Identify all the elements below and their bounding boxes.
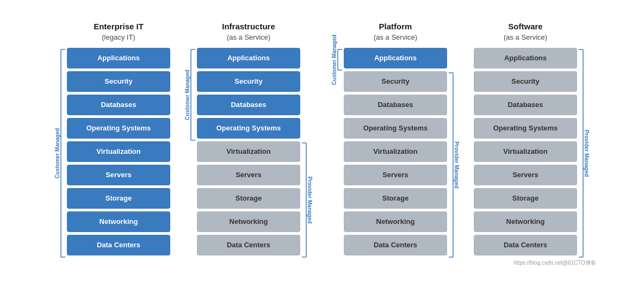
layer-stack-enterprise-it: ApplicationsSecurityDatabasesOperating S… <box>67 48 170 255</box>
diagram-container: Customer ManagedEnterprise IT(legacy IT)… <box>39 11 605 270</box>
layer-software-3: Operating Systems <box>474 118 577 139</box>
svg-text:Provider Managed: Provider Managed <box>584 129 590 177</box>
stack-software: Software(as a Service)ApplicationsSecuri… <box>474 21 577 257</box>
column-title-enterprise-it: Enterprise IT(legacy IT) <box>94 21 144 42</box>
layer-platform-0: Applications <box>344 48 447 68</box>
layer-software-7: Networking <box>474 211 577 232</box>
layer-infrastructure-2: Databases <box>197 95 300 115</box>
layer-software-4: Virtualization <box>474 141 577 162</box>
layer-platform-6: Storage <box>344 188 447 209</box>
layer-software-6: Storage <box>474 188 577 209</box>
layer-stack-software: ApplicationsSecurityDatabasesOperating S… <box>474 48 577 255</box>
layer-platform-8: Data Centers <box>344 235 447 255</box>
layer-enterprise-it-3: Operating Systems <box>67 118 170 139</box>
layer-platform-4: Virtualization <box>344 141 447 162</box>
layer-enterprise-it-0: Applications <box>67 48 170 68</box>
stack-infrastructure: Infrastructure(as a Service)Applications… <box>197 21 300 257</box>
column-software: Software(as a Service)ApplicationsSecuri… <box>474 21 594 257</box>
layer-infrastructure-7: Networking <box>197 211 300 232</box>
svg-text:Customer Managed: Customer Managed <box>54 128 60 178</box>
left-bracket-platform: Customer Managed <box>327 49 342 257</box>
left-bracket-enterprise-it: Customer Managed <box>50 49 65 257</box>
layer-enterprise-it-4: Virtualization <box>67 141 170 162</box>
stack-platform: Platform(as a Service)ApplicationsSecuri… <box>344 21 447 257</box>
layer-stack-infrastructure: ApplicationsSecurityDatabasesOperating S… <box>197 48 300 255</box>
watermark: https://blog.csdn.net@61CTO博客 <box>513 259 596 267</box>
layer-infrastructure-4: Virtualization <box>197 141 300 162</box>
layer-stack-platform: ApplicationsSecurityDatabasesOperating S… <box>344 48 447 255</box>
left-bracket-infrastructure: Customer Managed <box>180 49 195 257</box>
layer-infrastructure-8: Data Centers <box>197 235 300 255</box>
svg-text:Customer Managed: Customer Managed <box>331 34 337 85</box>
svg-text:Customer Managed: Customer Managed <box>184 70 190 120</box>
stack-enterprise-it: Enterprise IT(legacy IT)ApplicationsSecu… <box>67 21 170 257</box>
layer-infrastructure-5: Servers <box>197 165 300 185</box>
column-enterprise-it: Customer ManagedEnterprise IT(legacy IT)… <box>50 21 170 257</box>
right-bracket-infrastructure: Provider Managed <box>302 49 317 257</box>
layer-platform-3: Operating Systems <box>344 118 447 139</box>
layer-enterprise-it-2: Databases <box>67 95 170 115</box>
layer-infrastructure-3: Operating Systems <box>197 118 300 139</box>
layer-infrastructure-0: Applications <box>197 48 300 68</box>
svg-text:Provider Managed: Provider Managed <box>307 176 313 223</box>
column-title-software: Software(as a Service) <box>504 21 547 42</box>
layer-enterprise-it-7: Networking <box>67 211 170 232</box>
layer-enterprise-it-1: Security <box>67 71 170 92</box>
layer-infrastructure-1: Security <box>197 71 300 92</box>
layer-software-8: Data Centers <box>474 235 577 255</box>
layer-infrastructure-6: Storage <box>197 188 300 209</box>
right-bracket-platform: Provider Managed <box>449 49 464 257</box>
right-bracket-software: Provider Managed <box>579 49 594 257</box>
layer-enterprise-it-5: Servers <box>67 165 170 185</box>
svg-text:Provider Managed: Provider Managed <box>454 141 460 189</box>
layer-enterprise-it-6: Storage <box>67 188 170 209</box>
column-infrastructure: Customer ManagedInfrastructure(as a Serv… <box>180 21 317 257</box>
column-title-platform: Platform(as a Service) <box>374 21 417 42</box>
layer-software-1: Security <box>474 71 577 92</box>
layer-software-0: Applications <box>474 48 577 68</box>
column-title-infrastructure: Infrastructure(as a Service) <box>222 21 275 42</box>
layer-platform-2: Databases <box>344 95 447 115</box>
layer-platform-7: Networking <box>344 211 447 232</box>
column-platform: Customer ManagedPlatform(as a Service)Ap… <box>327 21 464 257</box>
layer-software-5: Servers <box>474 165 577 185</box>
layer-platform-5: Servers <box>344 165 447 185</box>
layer-platform-1: Security <box>344 71 447 92</box>
layer-software-2: Databases <box>474 95 577 115</box>
layer-enterprise-it-8: Data Centers <box>67 235 170 255</box>
